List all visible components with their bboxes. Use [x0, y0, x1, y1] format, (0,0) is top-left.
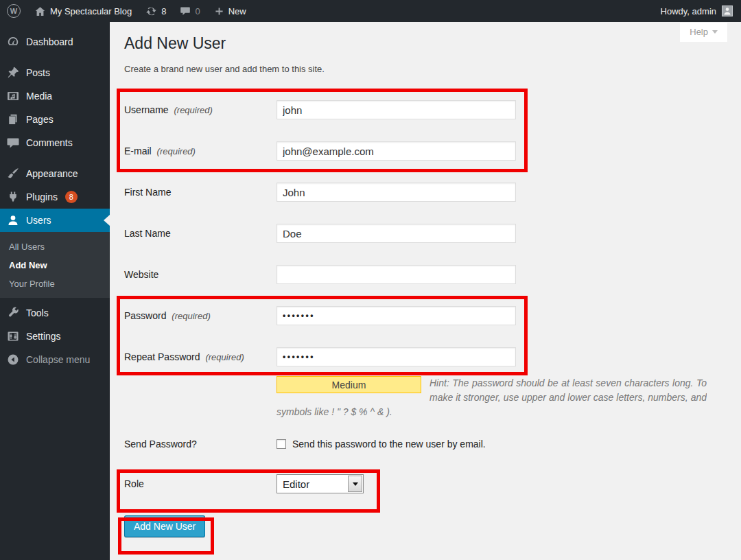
sidebar-item-users[interactable]: Users	[0, 209, 110, 232]
role-label: Role	[124, 478, 277, 489]
plug-icon	[6, 190, 20, 204]
account-menu[interactable]: Howdy, admin	[661, 0, 741, 22]
home-icon	[34, 5, 46, 17]
sidebar-item-pages[interactable]: Pages	[0, 108, 110, 131]
submenu-item-label: Add New	[9, 260, 47, 270]
last-name-row: Last Name	[124, 213, 727, 254]
dashboard-icon	[6, 35, 20, 49]
role-row: Role Editor	[124, 463, 727, 504]
email-label: E-mail (required)	[124, 145, 277, 156]
sidebar-item-comments[interactable]: Comments	[0, 131, 110, 154]
password-strength-row: Medium Hint: The password should be at l…	[277, 376, 707, 419]
send-password-description: Send this password to the new user by em…	[292, 439, 486, 450]
settings-sliders-icon	[6, 329, 20, 343]
required-hint: (required)	[174, 105, 212, 115]
last-name-input[interactable]	[277, 224, 516, 243]
sidebar: Dashboard Posts Media Pages Comments App…	[0, 22, 110, 560]
comments-menu[interactable]: 0	[173, 0, 207, 22]
password-row: Password (required)	[124, 295, 727, 336]
updates-menu[interactable]: 8	[139, 0, 173, 22]
pushpin-icon	[6, 66, 20, 80]
website-row: Website	[124, 254, 727, 295]
submenu-item-label: Your Profile	[9, 279, 55, 289]
sidebar-item-label: Settings	[26, 331, 61, 342]
sidebar-item-label: Media	[26, 91, 52, 102]
wordpress-logo-icon[interactable]	[0, 0, 27, 22]
sidebar-item-settings[interactable]: Settings	[0, 325, 110, 348]
updates-icon	[145, 5, 157, 17]
add-user-form: Username (required) E-mail (required) Fi…	[124, 89, 727, 537]
username-input[interactable]	[277, 100, 516, 119]
email-row: E-mail (required)	[124, 130, 727, 172]
submit-row: Add New User	[124, 515, 727, 537]
plugins-update-badge: 8	[65, 191, 78, 203]
website-input[interactable]	[277, 265, 516, 284]
sidebar-item-label: Plugins	[26, 191, 58, 202]
sidebar-item-appearance[interactable]: Appearance	[0, 162, 110, 185]
sidebar-item-tools[interactable]: Tools	[0, 301, 110, 325]
media-icon	[6, 89, 20, 103]
username-row: Username (required)	[124, 89, 727, 130]
dropdown-arrow-icon	[348, 476, 362, 492]
sidebar-item-posts[interactable]: Posts	[0, 61, 110, 84]
admin-bar: My Spectacular Blog 8 0 New Howdy, admin	[0, 0, 741, 22]
add-new-user-button[interactable]: Add New User	[124, 515, 205, 537]
password-input[interactable]	[277, 306, 516, 325]
repeat-password-row: Repeat Password (required)	[124, 336, 727, 377]
role-selected-value: Editor	[277, 478, 348, 490]
repeat-password-label: Repeat Password (required)	[124, 351, 277, 362]
help-button[interactable]: Help	[680, 23, 727, 42]
avatar	[722, 5, 733, 16]
site-name-label: My Spectacular Blog	[50, 6, 132, 16]
sidebar-item-plugins[interactable]: Plugins 8	[0, 185, 110, 209]
comment-bubble-icon	[180, 5, 191, 16]
howdy-label: Howdy, admin	[661, 6, 716, 16]
sidebar-item-label: Comments	[26, 137, 73, 148]
new-label: New	[228, 6, 246, 16]
send-password-row: Send Password? Send this password to the…	[124, 425, 727, 463]
submenu-item-your-profile[interactable]: Your Profile	[0, 275, 110, 293]
sidebar-item-label: Dashboard	[26, 36, 73, 47]
main-content: Help Add New User Create a brand new use…	[110, 22, 741, 560]
sidebar-item-media[interactable]: Media	[0, 84, 110, 108]
sidebar-item-label: Appearance	[26, 168, 78, 179]
sidebar-item-label: Collapse menu	[26, 354, 90, 365]
submenu-item-all-users[interactable]: All Users	[0, 237, 110, 256]
submenu-item-add-new[interactable]: Add New	[0, 256, 110, 275]
username-label: Username (required)	[124, 104, 277, 115]
sidebar-item-dashboard[interactable]: Dashboard	[0, 30, 110, 54]
website-label: Website	[124, 269, 277, 280]
users-icon	[6, 213, 20, 227]
password-label: Password (required)	[124, 310, 277, 321]
sidebar-item-label: Users	[26, 215, 51, 226]
last-name-label: Last Name	[124, 228, 277, 239]
required-hint: (required)	[157, 146, 196, 156]
new-menu[interactable]: New	[207, 0, 253, 22]
submenu-item-label: All Users	[9, 242, 45, 252]
site-name-menu[interactable]: My Spectacular Blog	[27, 0, 139, 22]
comment-count: 0	[195, 6, 200, 16]
sidebar-item-collapse-menu[interactable]: Collapse menu	[0, 348, 110, 371]
role-select[interactable]: Editor	[277, 474, 364, 493]
sidebar-item-label: Posts	[26, 67, 50, 78]
first-name-input[interactable]	[277, 183, 516, 202]
pages-icon	[6, 113, 20, 126]
wrench-icon	[6, 306, 20, 320]
sidebar-item-label: Tools	[26, 307, 49, 318]
send-password-checkbox[interactable]	[277, 439, 286, 449]
required-hint: (required)	[205, 352, 244, 362]
users-submenu: All Users Add New Your Profile	[0, 232, 110, 298]
send-password-label: Send Password?	[124, 439, 277, 450]
page-title: Add New User	[124, 22, 727, 54]
required-hint: (required)	[172, 311, 210, 321]
send-password-option[interactable]: Send this password to the new user by em…	[277, 439, 486, 450]
update-count: 8	[161, 6, 166, 16]
paintbrush-icon	[6, 167, 20, 180]
first-name-row: First Name	[124, 172, 727, 213]
sidebar-item-label: Pages	[26, 114, 54, 125]
repeat-password-input[interactable]	[277, 347, 516, 366]
help-label: Help	[690, 27, 708, 37]
password-strength-meter: Medium	[277, 376, 421, 393]
email-input[interactable]	[277, 141, 516, 161]
comment-bubble-icon	[6, 136, 20, 150]
